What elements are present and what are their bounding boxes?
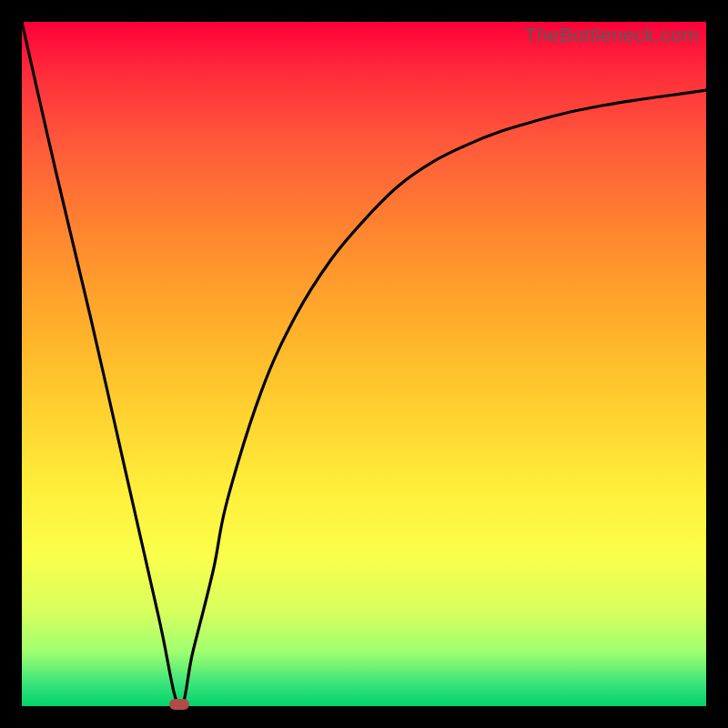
watermark-label: TheBottleneck.com <box>524 24 699 47</box>
curve-line <box>22 22 706 706</box>
chart-plot-area: TheBottleneck.com <box>22 22 706 706</box>
chart-frame: TheBottleneck.com <box>0 0 728 728</box>
minimum-marker <box>169 699 189 710</box>
